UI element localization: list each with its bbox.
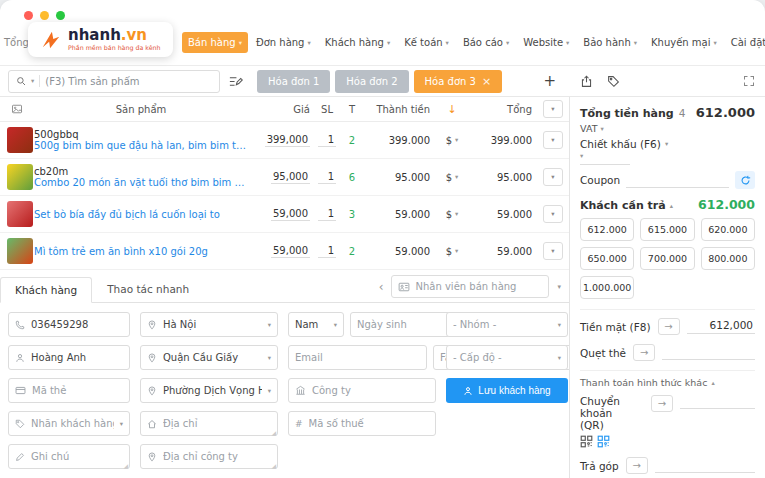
product-name-link[interactable]: 500g bim bim que đậu hà lan, bim bim tăm…	[34, 140, 248, 151]
row-menu-button[interactable]: ▾	[543, 242, 563, 260]
nav-item-ke-toan[interactable]: Kế toán▾	[398, 32, 455, 53]
tab-thao-tac-nhanh[interactable]: Thao tác nhanh	[92, 276, 204, 302]
nav-item-ban-hang[interactable]: Bán hàng▾	[182, 32, 248, 53]
nav-item-website[interactable]: Website▾	[517, 32, 575, 53]
note-field[interactable]: ◢	[8, 444, 130, 469]
resize-handle[interactable]: ◢	[271, 462, 276, 469]
price-input[interactable]: 59,000	[271, 208, 310, 221]
column-header-qty[interactable]: SL	[314, 104, 340, 115]
card-code-input[interactable]	[32, 385, 123, 396]
nav-item-don-hang[interactable]: Đơn hàng▾	[250, 32, 317, 53]
coupon-input[interactable]	[626, 173, 729, 188]
address-field[interactable]: ◢	[140, 411, 278, 436]
discount-unit-select[interactable]: $▾	[446, 135, 459, 146]
ward-select[interactable]: Phường Dịch Vọng Hậu ▾	[140, 378, 278, 403]
card-code-field[interactable]	[8, 378, 130, 403]
column-header-amount[interactable]: Thành tiền	[364, 104, 434, 115]
tax-code-field[interactable]: #	[288, 411, 436, 436]
address-input[interactable]	[163, 418, 271, 429]
arrow-right-icon[interactable]: →	[633, 344, 655, 361]
close-icon[interactable]: ×	[482, 75, 491, 88]
qr-scan-icon[interactable]	[597, 435, 610, 448]
tax-code-input[interactable]	[309, 418, 429, 429]
company-address-field[interactable]: ◢	[140, 444, 278, 469]
other-methods-toggle[interactable]: Thanh toán hình thức khác ▴	[580, 370, 755, 388]
window-minimize-button[interactable]	[40, 11, 49, 20]
quick-amount-chip[interactable]: 700.000	[640, 247, 694, 270]
row-menu-button[interactable]: ▾	[543, 131, 563, 149]
invoice-tab-3[interactable]: Hóa đơn 3×	[414, 70, 503, 93]
group-select[interactable]: - Nhóm - ▾	[446, 312, 568, 337]
transfer-amount-input[interactable]	[680, 395, 755, 409]
nav-item-bao-cao[interactable]: Báo cáo▾	[457, 32, 515, 53]
product-name-link[interactable]: Set bò bía đầy đủ bịch lá cuốn loại to	[34, 209, 248, 220]
search-scope-dropdown-icon[interactable]: ▾	[31, 77, 34, 85]
cash-amount-input[interactable]: 612,000	[687, 319, 756, 334]
level-select[interactable]: - Cấp độ - ▾	[446, 345, 568, 370]
staff-field[interactable]	[391, 275, 549, 298]
discount-type-select[interactable]: ▾	[580, 152, 630, 165]
vat-toggle[interactable]: VAT ▾	[580, 123, 755, 134]
card-amount-input[interactable]	[662, 346, 755, 360]
quick-amount-chip[interactable]: 800.000	[701, 247, 755, 270]
price-input[interactable]: 59,000	[271, 245, 310, 258]
arrow-right-icon[interactable]: →	[626, 457, 648, 474]
name-field[interactable]	[8, 345, 130, 370]
phone-input[interactable]	[31, 319, 123, 330]
company-input[interactable]	[312, 385, 429, 396]
invoice-tab-2[interactable]: Hóa đơn 2	[335, 70, 408, 93]
discount-unit-select[interactable]: $▾	[446, 209, 459, 220]
qty-input[interactable]: 1	[318, 208, 336, 221]
qr-code-icon[interactable]	[580, 435, 593, 448]
fullscreen-icon[interactable]	[743, 75, 755, 87]
window-zoom-button[interactable]	[56, 11, 65, 20]
price-input[interactable]: 399,000	[265, 134, 310, 147]
row-menu-button[interactable]: ▾	[543, 205, 563, 223]
phone-field[interactable]	[8, 312, 130, 337]
discount-unit-select[interactable]: $▾	[446, 172, 459, 183]
arrow-right-icon[interactable]: →	[658, 318, 680, 335]
discount-unit-select[interactable]: $▾	[446, 246, 459, 257]
name-input[interactable]	[31, 352, 123, 363]
quick-amount-chip[interactable]: 612.000	[580, 218, 634, 241]
nav-item-khuyen-mai[interactable]: Khuyến mại▾	[645, 32, 723, 53]
window-close-button[interactable]	[24, 11, 33, 20]
gender-select[interactable]: Nam ▾	[288, 312, 344, 337]
save-customer-button[interactable]: Lưu khách hàng	[446, 378, 568, 403]
quick-amount-chip[interactable]: 620.000	[701, 218, 755, 241]
quick-amount-chip[interactable]: 615.000	[640, 218, 694, 241]
product-search-input[interactable]	[45, 76, 212, 87]
customer-labels-select[interactable]: Nhãn khách hàng ▾	[8, 411, 130, 436]
product-name-link[interactable]: Combo 20 món ăn vặt tuổi thơ bim bim cay…	[34, 177, 248, 188]
invoice-tab-1[interactable]: Hóa đơn 1	[257, 70, 330, 93]
installment-amount-input[interactable]	[655, 459, 755, 473]
column-header-total[interactable]: Tổng	[470, 104, 536, 115]
price-input[interactable]: 95,000	[271, 171, 310, 184]
qty-input[interactable]: 1	[318, 245, 336, 258]
arrow-right-icon[interactable]: →	[651, 395, 673, 412]
export-icon[interactable]	[580, 75, 593, 88]
nav-item-cai-dat[interactable]: Cài đặt▾	[725, 32, 765, 53]
product-search[interactable]: ▾	[8, 70, 220, 93]
qty-input[interactable]: 1	[318, 134, 336, 147]
column-header-product[interactable]: Sản phẩm	[34, 104, 248, 115]
quick-amount-chip[interactable]: 1.000.000	[580, 276, 634, 299]
email-field[interactable]	[288, 345, 427, 370]
column-header-price[interactable]: Giá	[248, 104, 314, 115]
tab-khach-hang[interactable]: Khách hàng	[0, 277, 92, 303]
company-field[interactable]	[288, 378, 436, 403]
tag-icon[interactable]	[607, 75, 620, 88]
nav-item-khach-hang[interactable]: Khách hàng▾	[319, 32, 396, 53]
refresh-coupon-button[interactable]	[735, 171, 755, 189]
qty-input[interactable]: 1	[318, 171, 336, 184]
city-select[interactable]: Hà Nội ▾	[140, 312, 278, 337]
add-invoice-button[interactable]: +	[537, 72, 562, 90]
sort-down-icon[interactable]: ↓	[434, 103, 470, 116]
product-name-link[interactable]: Mì tôm trẻ em ăn bình x10 gói 20g	[34, 246, 248, 257]
nav-item-bao-hanh[interactable]: Bảo hành▾	[577, 32, 643, 53]
collapse-panel-icon[interactable]: ‹	[379, 280, 384, 294]
staff-dropdown-icon[interactable]: ▾	[557, 283, 561, 291]
row-menu-button[interactable]: ▾	[543, 168, 563, 186]
resize-handle[interactable]: ◢	[271, 429, 276, 436]
column-header-t[interactable]: T	[340, 104, 364, 115]
